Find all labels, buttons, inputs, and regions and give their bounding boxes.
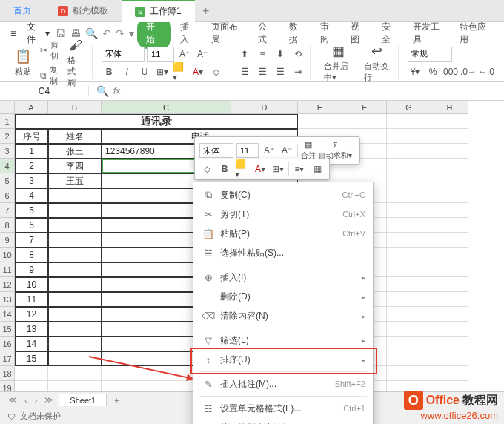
cell-no[interactable]: 3 — [15, 173, 48, 188]
row-header[interactable]: 4 — [0, 159, 15, 173]
font-size-select[interactable] — [147, 47, 174, 62]
tab-workbook[interactable]: S 工作簿1 — [122, 0, 195, 22]
fx-label[interactable]: fx — [113, 86, 120, 96]
cm-filter[interactable]: ▽筛选(L)▸ — [193, 331, 373, 350]
undo-icon[interactable]: ↶ — [102, 27, 111, 39]
cell[interactable] — [387, 114, 431, 129]
cell-name[interactable] — [48, 188, 102, 203]
clear-format-button[interactable]: ◇ — [208, 64, 223, 79]
menu-formula[interactable]: 公式 — [252, 21, 280, 46]
cell-name[interactable] — [48, 322, 102, 337]
cell[interactable] — [387, 144, 431, 159]
cell-name[interactable] — [48, 292, 102, 307]
italic-button[interactable]: I — [119, 64, 134, 79]
wrap-text-button[interactable]: ↩ 自动换行 — [359, 42, 394, 85]
row-header[interactable]: 6 — [0, 188, 15, 203]
sheet-nav-prev-icon[interactable]: ‹ — [22, 396, 30, 405]
cell[interactable] — [387, 218, 431, 233]
bold-button[interactable]: B — [102, 64, 116, 79]
select-all-corner[interactable] — [0, 101, 15, 114]
number-format-select[interactable] — [408, 47, 452, 62]
cell[interactable] — [387, 129, 431, 144]
align-right-icon[interactable]: ☰ — [273, 64, 288, 79]
cell[interactable] — [431, 144, 468, 159]
col-header-e[interactable]: E — [298, 101, 342, 114]
row-header[interactable]: 14 — [0, 307, 15, 322]
cell-no[interactable]: 11 — [15, 292, 48, 307]
cell[interactable] — [387, 337, 431, 351]
cell[interactable] — [431, 337, 468, 351]
row-header[interactable]: 11 — [0, 262, 15, 277]
col-header-f[interactable]: F — [342, 101, 387, 114]
add-sheet-button[interactable]: + — [110, 396, 123, 405]
cell[interactable] — [298, 114, 342, 129]
cell[interactable] — [431, 159, 468, 173]
row-header[interactable]: 16 — [0, 337, 15, 351]
row-header[interactable]: 8 — [0, 218, 15, 233]
increase-font-icon[interactable]: A⁺ — [177, 47, 192, 62]
mini-align-button[interactable]: ≡▾ — [292, 162, 307, 176]
row-header[interactable]: 2 — [0, 129, 15, 144]
cell-name[interactable] — [48, 351, 102, 366]
col-header-a[interactable]: A — [15, 101, 48, 114]
cell[interactable] — [431, 173, 468, 188]
cell[interactable] — [387, 322, 431, 337]
cell[interactable] — [387, 188, 431, 203]
cell-no[interactable]: 15 — [15, 351, 48, 366]
cell-no[interactable]: 5 — [15, 203, 48, 218]
cell[interactable] — [431, 129, 468, 144]
copy-button[interactable]: ⧉复制 — [39, 64, 60, 87]
mini-merge-button[interactable]: ▦合并 — [301, 140, 316, 161]
cell[interactable] — [431, 366, 468, 381]
align-top-icon[interactable]: ⬆ — [237, 47, 252, 62]
app-menu-icon[interactable]: ≡ — [6, 27, 21, 39]
cell-name[interactable] — [48, 307, 102, 322]
mini-font-size[interactable] — [236, 143, 259, 158]
cm-sort[interactable]: ↕排序(U)▸ — [193, 350, 373, 369]
cell-no[interactable]: 10 — [15, 277, 48, 292]
decrease-decimal-icon[interactable]: ←.0 — [479, 64, 494, 79]
mini-font-name[interactable] — [199, 143, 233, 158]
mini-border-button[interactable]: ⊞▾ — [271, 162, 285, 176]
cm-paste[interactable]: 📋粘贴(P)Ctrl+V — [193, 224, 373, 243]
align-bottom-icon[interactable]: ⬇ — [273, 47, 288, 62]
header-cell[interactable]: 姓名 — [48, 129, 102, 144]
cell[interactable] — [387, 292, 431, 307]
row-header[interactable]: 10 — [0, 248, 15, 262]
mini-fill-color-button[interactable]: 🟨▾ — [235, 162, 250, 176]
row-header[interactable]: 7 — [0, 203, 15, 218]
cm-insert-comment[interactable]: ✎插入批注(M)...Shift+F2 — [193, 374, 373, 394]
row-header[interactable]: 1 — [0, 114, 15, 129]
header-cell[interactable]: 序号 — [15, 129, 48, 144]
cell[interactable] — [342, 114, 387, 129]
cell[interactable] — [431, 277, 468, 292]
row-header[interactable]: 3 — [0, 144, 15, 159]
cell-name[interactable] — [48, 277, 102, 292]
align-middle-icon[interactable]: ≡ — [255, 47, 270, 62]
cell-name[interactable] — [48, 233, 102, 248]
mini-clear-icon[interactable]: ◇ — [199, 162, 214, 176]
cell-name[interactable] — [48, 337, 102, 351]
cm-copy[interactable]: ⧉复制(C)Ctrl+C — [193, 185, 373, 205]
col-header-c[interactable]: C — [102, 101, 231, 114]
decrease-font-icon[interactable]: A⁻ — [195, 47, 210, 62]
cell[interactable] — [431, 262, 468, 277]
cell[interactable] — [387, 233, 431, 248]
name-box[interactable]: C4 — [0, 86, 89, 96]
cell-name[interactable]: 王五 — [48, 173, 102, 188]
mini-font-color-button[interactable]: A▾ — [253, 162, 268, 176]
cell-no[interactable]: 9 — [15, 262, 48, 277]
new-tab-button[interactable]: + — [195, 4, 217, 18]
menu-developer[interactable]: 开发工具 — [407, 21, 451, 46]
tab-template[interactable]: D 稻壳模板 — [44, 0, 122, 22]
mini-increase-font-icon[interactable]: A⁺ — [262, 143, 276, 158]
col-header-g[interactable]: G — [387, 101, 431, 114]
row-header[interactable]: 13 — [0, 292, 15, 307]
cm-format-cells[interactable]: ☷设置单元格格式(F)...Ctrl+1 — [193, 399, 373, 418]
mini-bold-button[interactable]: B — [217, 162, 232, 176]
cm-cut[interactable]: ✂剪切(T)Ctrl+X — [193, 205, 373, 224]
cell[interactable] — [387, 307, 431, 322]
cell-no[interactable]: 4 — [15, 188, 48, 203]
fill-color-button[interactable]: 🟨▾ — [173, 64, 188, 79]
cell-name[interactable] — [48, 248, 102, 262]
